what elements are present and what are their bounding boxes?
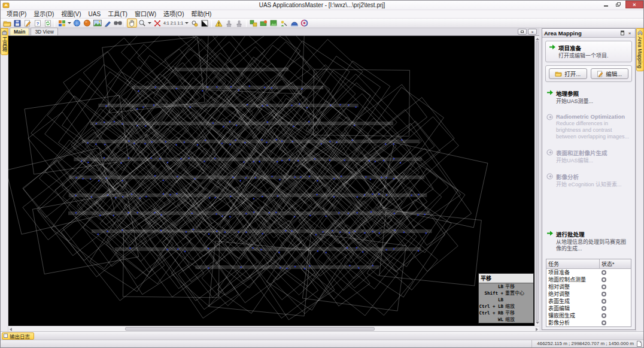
stamp-next-icon[interactable] bbox=[234, 19, 244, 28]
menu-project[interactable]: 项目(P) bbox=[3, 10, 30, 19]
zoom-ratio-display[interactable]: 4:1 2:1 1:1 bbox=[162, 21, 184, 25]
pan-legend-title: 平移 bbox=[479, 274, 533, 283]
edit-button-label: 编辑... bbox=[606, 69, 622, 78]
minimize-button[interactable] bbox=[599, 1, 612, 8]
globe-view-icon[interactable] bbox=[72, 19, 82, 28]
table-row[interactable]: 地面控制点测量 bbox=[546, 276, 631, 283]
status-pending-icon bbox=[602, 270, 606, 275]
measure-pencil-icon[interactable] bbox=[102, 19, 113, 28]
stereo-glasses-icon[interactable] bbox=[113, 19, 123, 28]
open-button[interactable]: 打开... bbox=[549, 68, 587, 79]
zoom-dropdown-icon[interactable] bbox=[148, 22, 151, 24]
zoom-tool-icon[interactable] bbox=[137, 19, 147, 28]
area-mapping-tab[interactable]: Area Mapping bbox=[636, 28, 644, 71]
table-row[interactable]: 相对调整 bbox=[546, 283, 631, 290]
scroll-down-icon[interactable] bbox=[536, 322, 539, 325]
mdi-restore-button[interactable] bbox=[518, 29, 527, 35]
task-column-header[interactable]: 任务 bbox=[546, 259, 600, 268]
table-row[interactable]: 镶嵌图生成 bbox=[546, 312, 631, 319]
horizontal-scrollbar[interactable] bbox=[8, 326, 539, 331]
dome-view-icon[interactable] bbox=[289, 19, 299, 28]
pan-tool-icon[interactable] bbox=[127, 19, 137, 28]
display-mode-dropdown-icon[interactable] bbox=[68, 22, 71, 24]
step-batch-processing[interactable]: 进行批处理 从地理信息的处理到马赛克图像的生成... bbox=[546, 230, 631, 252]
legend-action: 缩放 bbox=[505, 316, 533, 323]
menu-tools[interactable]: 工具(T) bbox=[104, 10, 131, 19]
task-label: 镶嵌图生成 bbox=[546, 312, 600, 319]
restore-button[interactable] bbox=[612, 1, 625, 8]
workspace: 工具箱 Main 3D View × 平移 LB平移 Shift + LB重置 bbox=[1, 28, 643, 331]
ecognition-icon[interactable] bbox=[299, 19, 309, 28]
contrast-icon[interactable] bbox=[199, 19, 209, 28]
scroll-right-icon[interactable] bbox=[536, 328, 538, 331]
svg-text:?: ? bbox=[36, 21, 39, 26]
open-project-icon[interactable] bbox=[2, 19, 12, 28]
step-georeferencing[interactable]: 地理参照 开始UAS测量... bbox=[546, 89, 631, 105]
mdi-close-button[interactable]: × bbox=[528, 29, 537, 35]
edit-project-icon[interactable] bbox=[22, 19, 32, 28]
toolbox-tab[interactable]: 工具箱 bbox=[1, 28, 8, 55]
zoom-ratio-dropdown-icon[interactable] bbox=[185, 22, 189, 24]
map-viewport[interactable]: 平移 LB平移 Shift + LB重置中心 Ctrl + LB缩放 Ctrl … bbox=[8, 36, 534, 328]
gray-arrow-icon bbox=[546, 113, 556, 140]
horizontal-scroll-thumb[interactable] bbox=[125, 327, 375, 331]
project-report-icon[interactable]: ? bbox=[32, 19, 42, 28]
app-window: UAS ApplicationsMaster - [I:\wxz\...\prj… bbox=[0, 0, 644, 348]
table-row[interactable]: 项目准备 bbox=[546, 269, 631, 276]
legend-action: 平移 bbox=[505, 310, 533, 316]
display-mode-icon[interactable] bbox=[57, 19, 67, 28]
menu-options[interactable]: 选项(O) bbox=[160, 10, 187, 19]
task-label: 影像分析 bbox=[546, 319, 600, 326]
georeference-module-icon[interactable] bbox=[248, 19, 259, 28]
scroll-up-icon[interactable] bbox=[536, 37, 539, 40]
table-row[interactable]: 绝对调整 bbox=[546, 290, 631, 298]
tab-main[interactable]: Main bbox=[10, 28, 29, 35]
table-row[interactable]: 影像分析 bbox=[546, 319, 631, 326]
fit-view-icon[interactable] bbox=[152, 19, 162, 28]
step-project-preparation[interactable]: 项目准备 打开或编辑一个项目. bbox=[549, 44, 628, 59]
step-desc: 开始UAS编辑... bbox=[556, 158, 607, 164]
table-row[interactable]: 表面编辑 bbox=[546, 305, 631, 312]
vertical-scrollbar[interactable] bbox=[534, 36, 539, 326]
edit-button[interactable]: 编辑... bbox=[591, 68, 629, 79]
step-title: 影像分析 bbox=[556, 173, 622, 181]
analysis-module-icon[interactable] bbox=[279, 19, 289, 28]
image-view-icon[interactable] bbox=[92, 19, 102, 28]
table-row[interactable]: 表面生成 bbox=[546, 298, 631, 305]
status-column-header[interactable]: 状态* bbox=[600, 259, 631, 268]
step-desc: 开始UAS测量... bbox=[556, 98, 593, 105]
area-mapping-panel: Area Mapping × 项目准备 打开或编辑一个项目. bbox=[542, 28, 636, 330]
task-label: 相对调整 bbox=[546, 283, 600, 290]
menu-view[interactable]: 视图(V) bbox=[57, 10, 84, 19]
pin-icon[interactable] bbox=[619, 30, 626, 37]
step-surface-ortho-generation: 表面和正射像片生成 开始UAS编辑... bbox=[546, 149, 631, 164]
pan-legend: 平移 LB平移 Shift + LB重置中心 Ctrl + LB缩放 Ctrl … bbox=[478, 273, 534, 323]
menu-uas[interactable]: UAS bbox=[85, 10, 105, 19]
step-title: Radiometric Optimization bbox=[556, 113, 631, 120]
warning-icon[interactable] bbox=[214, 19, 224, 28]
ortho-module-icon[interactable] bbox=[269, 19, 279, 28]
scroll-left-icon[interactable] bbox=[10, 328, 12, 331]
menu-help[interactable]: 帮助(H) bbox=[187, 10, 215, 19]
log-page-icon[interactable] bbox=[637, 341, 642, 347]
step-desc: 开始 eCognition 认知要素... bbox=[556, 181, 622, 188]
vertical-scroll-thumb[interactable] bbox=[536, 41, 539, 321]
statusbar: 466252.115 m ; 2998420.707 m ; 1450.000 … bbox=[1, 340, 643, 347]
zoom-point-icon[interactable] bbox=[189, 19, 199, 28]
tab-3d-view[interactable]: 3D View bbox=[31, 28, 58, 35]
legend-action: 缩放 bbox=[505, 303, 533, 310]
refresh-project-icon[interactable] bbox=[42, 19, 53, 28]
stamp-prev-icon[interactable] bbox=[224, 19, 234, 28]
close-button[interactable]: × bbox=[625, 1, 643, 8]
output-log-tab[interactable]: 输出日志 bbox=[2, 332, 34, 340]
legend-keys: WL bbox=[479, 316, 505, 323]
view-tab-bar: Main 3D View × bbox=[8, 28, 539, 36]
panel-close-icon[interactable]: × bbox=[626, 30, 633, 37]
gray-arrow-icon bbox=[546, 149, 556, 164]
dtm-module-icon[interactable] bbox=[259, 19, 269, 28]
save-project-icon[interactable] bbox=[12, 19, 22, 28]
sphere-view-icon[interactable] bbox=[82, 19, 92, 28]
menu-display[interactable]: 显示(D) bbox=[30, 10, 57, 19]
step-image-analysis: 影像分析 开始 eCognition 认知要素... bbox=[546, 173, 631, 188]
menu-window[interactable]: 窗口(W) bbox=[131, 10, 160, 19]
